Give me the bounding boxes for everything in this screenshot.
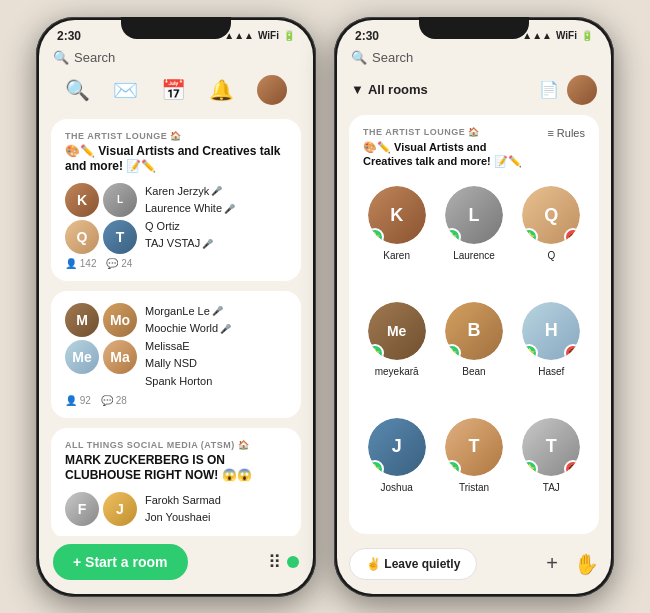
grid-icon[interactable]: ⠿ [268,551,281,573]
speaker-avatar-hasef: H ⭐ 🔇 [520,300,582,362]
speaker-name-q: Q [547,250,555,261]
muted-icon-taj: 🔇 [564,460,582,478]
room-title-3: MARK ZUCKERBERG IS ON CLUBHOUSE RIGHT NO… [65,453,287,484]
speaker-avatar-laurence: L ⭐ [443,184,505,246]
room-detail-card: THE ARTIST LOUNGE 🏠 🎨✏️ Visual Artists a… [349,115,599,534]
speaker-badge-tristan: ⭐ [443,460,461,478]
leave-quietly-button[interactable]: ✌️ Leave quietly [349,548,477,580]
speaker-badge-hasef: ⭐ [520,344,538,362]
speaker-badge-karen: ⭐ [366,228,384,246]
speaker-avatar-bean: B ⭐ [443,300,505,362]
speaker-badge-laurence: ⭐ [443,228,461,246]
speaker-cell-bean[interactable]: B ⭐ Bean [440,300,507,406]
speaker-cell-laurence[interactable]: L ⭐ Laurence [440,184,507,290]
room-bottom-bar: ✌️ Leave quietly + ✋ [337,538,611,594]
speaker-name-karen: Karen [383,250,410,261]
chevron-down-icon: ▼ [351,82,364,97]
speaker-avatar-meyekara: Me ⭐ [366,300,428,362]
search-label-right: Search [372,50,413,65]
speaker-badge-taj: ⭐ [520,460,538,478]
speaker-cell-q[interactable]: Q ⭐ 🔇 Q [518,184,585,290]
room-tag-3: ALL THINGS SOCIAL MEDIA (ATSM) 🏠 [65,440,287,450]
muted-icon-q: 🔇 [564,228,582,246]
speaker-avatar-karen: K ⭐ [366,184,428,246]
speaker-avatar-taj: T ⭐ 🔇 [520,416,582,478]
speaker-avatar-q: Q ⭐ 🔇 [520,184,582,246]
speaker-badge-bean: ⭐ [443,344,461,362]
room-card-1[interactable]: THE ARTIST LOUNGE 🏠 🎨✏️ Visual Artists a… [51,119,301,281]
compose-icon[interactable]: 📄 [539,80,559,99]
speaker-avatar-joshua: J ⭐ [366,416,428,478]
search-bar-left[interactable]: 🔍 Search [39,48,313,71]
speaker-name-tristan: Tristan [459,482,489,493]
avatar-farokh: F [65,492,99,526]
avatar-mally: Ma [103,340,137,374]
notch [121,17,231,39]
speaker-cell-taj[interactable]: T ⭐ 🔇 TAJ [518,416,585,522]
status-icons-left: ▲▲▲ WiFi 🔋 [224,30,295,41]
room-speakers-3: Farokh Sarmad Jon Youshaei [145,492,287,527]
notch-right [419,17,529,39]
avatar-q: Q [65,220,99,254]
time-left: 2:30 [57,29,81,43]
left-phone: 2:30 ▲▲▲ WiFi 🔋 🔍 Search 🔍 ✉️ 📅 🔔 [36,17,316,597]
search-bar-right[interactable]: 🔍 Search [337,48,611,71]
room-detail-title: 🎨✏️ Visual Artists andCreatives talk and… [363,140,522,169]
avatar-taj: T [103,220,137,254]
room-card-3[interactable]: ALL THINGS SOCIAL MEDIA (ATSM) 🏠 MARK ZU… [51,428,301,536]
avatar-morganle: M [65,303,99,337]
room-tag-1: THE ARTIST LOUNGE 🏠 [65,131,287,141]
speaker-cell-meyekara[interactable]: Me ⭐ meyekarā [363,300,430,406]
room-title-1: 🎨✏️ Visual Artists and Creatives talk an… [65,144,287,175]
speaker-cell-joshua[interactable]: J ⭐ Joshua [363,416,430,522]
speaker-name-laurence: Laurence [453,250,495,261]
room-card-2[interactable]: M Mo Me Ma MorganLe Le🎤 Moochie World🎤 [51,291,301,418]
profile-avatar-right[interactable] [567,75,597,105]
avatar-jon: J [103,492,137,526]
nav-bar-left: 🔍 ✉️ 📅 🔔 [39,71,313,113]
start-room-button[interactable]: + Start a room [53,544,188,580]
speaker-badge-joshua: ⭐ [366,460,384,478]
room-speakers-2: MorganLe Le🎤 Moochie World🎤 MelissaE Mal… [145,303,287,391]
speakers-grid: K ⭐ Karen L ⭐ Laurence [363,184,585,521]
all-rooms-bar: ▼ All rooms 📄 [337,71,611,111]
speaker-cell-tristan[interactable]: T ⭐ Tristan [440,416,507,522]
avatar-karen: K [65,183,99,217]
speaker-name-hasef: Hasef [538,366,564,377]
search-icon-left: 🔍 [53,50,69,65]
rules-button[interactable]: ≡ Rules [547,127,585,139]
speaker-name-joshua: Joshua [381,482,413,493]
search-icon-right: 🔍 [351,50,367,65]
avatar-moochie: Mo [103,303,137,337]
all-rooms-label[interactable]: ▼ All rooms [351,82,428,97]
room-speakers-1: Karen Jerzyk🎤 Laurence White🎤 Q Ortiz TA… [145,183,287,254]
room-stats-2: 👤 92 💬 28 [65,395,287,406]
avatar-laurence: L [103,183,137,217]
bottom-bar-left: + Start a room ⠿ [39,536,313,594]
room-action-icons: + ✋ [546,552,599,576]
rooms-list: THE ARTIST LOUNGE 🏠 🎨✏️ Visual Artists a… [39,113,313,536]
speaker-name-bean: Bean [462,366,485,377]
speaker-avatar-tristan: T ⭐ [443,416,505,478]
avatar-melissa: Me [65,340,99,374]
status-icons-right: ▲▲▲ WiFi 🔋 [522,30,593,41]
add-room-icon[interactable]: + [546,552,558,575]
calendar-icon[interactable]: 📅 [161,78,186,102]
right-phone: 2:30 ▲▲▲ WiFi 🔋 🔍 Search ▼ All rooms [334,17,614,597]
speaker-name-taj: TAJ [543,482,560,493]
speaker-name-meyekara: meyekarā [375,366,419,377]
raise-hand-icon[interactable]: ✋ [574,552,599,576]
online-indicator [287,556,299,568]
speaker-cell-hasef[interactable]: H ⭐ 🔇 Hasef [518,300,585,406]
speaker-cell-karen[interactable]: K ⭐ Karen [363,184,430,290]
muted-icon-hasef: 🔇 [564,344,582,362]
room-detail-header: THE ARTIST LOUNGE 🏠 🎨✏️ Visual Artists a… [363,127,585,169]
time-right: 2:30 [355,29,379,43]
speaker-badge-meyekara: ⭐ [366,344,384,362]
search-nav-icon[interactable]: 🔍 [65,78,90,102]
bell-icon[interactable]: 🔔 [209,78,234,102]
inbox-icon[interactable]: ✉️ [113,78,138,102]
room-stats-1: 👤 142 💬 24 [65,258,287,269]
speaker-badge-q: ⭐ [520,228,538,246]
profile-avatar[interactable] [257,75,287,105]
